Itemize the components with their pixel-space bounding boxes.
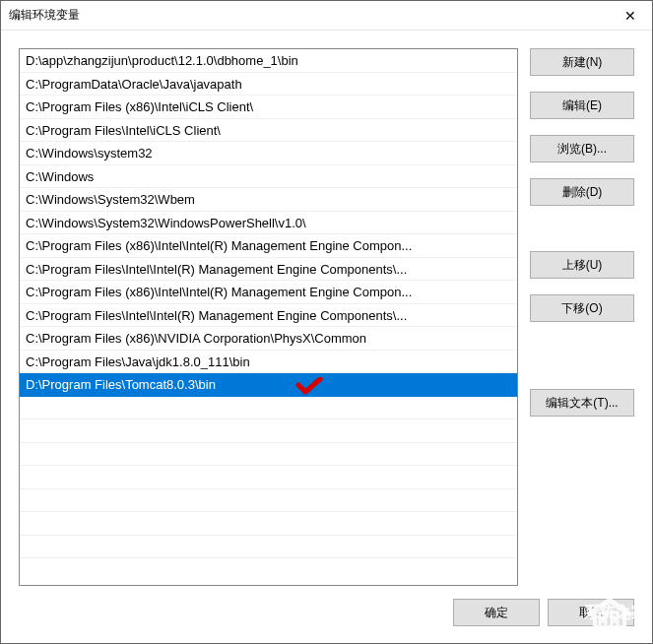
move-up-button[interactable]: 上移(U)	[530, 251, 634, 279]
watermark-text: 系统之家	[583, 603, 647, 620]
list-item-empty	[20, 466, 517, 489]
list-item[interactable]: C:\Program Files (x86)\Intel\Intel(R) Ma…	[20, 281, 517, 304]
close-button[interactable]: ✕	[608, 1, 652, 31]
checkmark-icon	[295, 377, 323, 395]
close-icon: ✕	[624, 8, 636, 24]
new-button[interactable]: 新建(N)	[530, 48, 634, 76]
browse-button[interactable]: 浏览(B)...	[530, 135, 634, 162]
window-title: 编辑环境变量	[9, 7, 608, 24]
list-item[interactable]: C:\Program Files\Intel\Intel(R) Manageme…	[20, 258, 517, 282]
list-item[interactable]: C:\Windows\system32	[20, 142, 517, 165]
list-item[interactable]: C:\ProgramData\Oracle\Java\javapath	[20, 73, 517, 97]
list-item[interactable]: C:\Program Files (x86)\NVIDIA Corporatio…	[20, 327, 517, 351]
move-down-button[interactable]: 下移(O)	[530, 294, 634, 322]
titlebar: 编辑环境变量 ✕	[1, 1, 652, 31]
list-item-empty	[20, 489, 517, 513]
delete-button[interactable]: 删除(D)	[530, 178, 634, 206]
list-item[interactable]: C:\Program Files (x86)\Intel\Intel(R) Ma…	[20, 234, 517, 258]
list-item[interactable]: C:\Windows\System32\Wbem	[20, 188, 517, 212]
list-item[interactable]: C:\Program Files\Java\jdk1.8.0_111\bin	[20, 351, 517, 374]
list-item-empty	[20, 536, 517, 559]
dialog-content: D:\app\zhangzijun\product\12.1.0\dbhome_…	[1, 31, 652, 643]
watermark: 系统之家 XTOSZHIJIA.COM	[501, 588, 649, 640]
side-buttons: 新建(N) 编辑(E) 浏览(B)... 删除(D) 上移(U) 下移(O) 编…	[530, 48, 634, 586]
list-item-empty	[20, 443, 517, 467]
list-item[interactable]: C:\Windows\System32\WindowsPowerShell\v1…	[20, 212, 517, 235]
edit-text-button[interactable]: 编辑文本(T)...	[530, 389, 634, 417]
list-item[interactable]: D:\app\zhangzijun\product\12.1.0\dbhome_…	[20, 49, 517, 73]
list-item-empty	[20, 512, 517, 536]
path-listbox[interactable]: D:\app\zhangzijun\product\12.1.0\dbhome_…	[19, 48, 518, 586]
list-item[interactable]: C:\Program Files\Intel\iCLS Client\	[20, 119, 517, 143]
list-item[interactable]: C:\Program Files (x86)\Intel\iCLS Client…	[20, 96, 517, 119]
edit-button[interactable]: 编辑(E)	[530, 92, 634, 119]
watermark-url: XTOSZHIJIA.COM	[574, 624, 647, 633]
list-item[interactable]: D:\Program Files\Tomcat8.0.3\bin	[20, 373, 517, 397]
list-item-empty	[20, 397, 517, 420]
list-item-empty	[20, 419, 517, 443]
list-item[interactable]: C:\Program Files\Intel\Intel(R) Manageme…	[20, 304, 517, 328]
main-row: D:\app\zhangzijun\product\12.1.0\dbhome_…	[19, 48, 634, 586]
list-item[interactable]: C:\Windows	[20, 165, 517, 189]
